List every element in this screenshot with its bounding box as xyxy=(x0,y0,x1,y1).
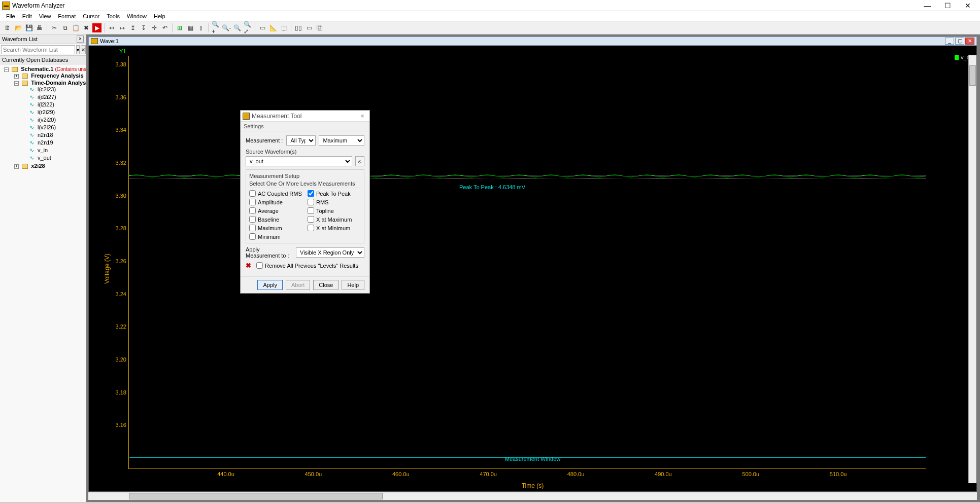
delete-icon[interactable]: ✖ xyxy=(82,23,91,32)
tree-expander[interactable]: + xyxy=(14,74,19,79)
tree-expander[interactable]: + xyxy=(14,164,19,169)
signal-item[interactable]: i(c2i23) xyxy=(38,86,56,92)
window-icon[interactable]: ⬚ xyxy=(279,23,288,32)
cursor-right-icon[interactable]: ↦ xyxy=(118,23,127,32)
x-tick-label: 440.0u xyxy=(217,471,234,477)
copy-icon[interactable]: ⧉ xyxy=(60,23,70,32)
menu-edit[interactable]: Edit xyxy=(19,12,35,20)
search-clear-button[interactable]: ✕ xyxy=(81,45,86,54)
measurement-type-select[interactable]: All Types xyxy=(286,135,316,146)
doc-close-button[interactable]: ✕ xyxy=(965,38,974,45)
check-x-at-maximum[interactable]: X at Maximum xyxy=(308,216,361,223)
y-tick-label: 3.18 xyxy=(116,389,126,396)
calculator-icon[interactable]: ▭ xyxy=(258,23,267,32)
check-ac-coupled-rms[interactable]: AC Coupled RMS xyxy=(249,190,302,197)
cursor-left-icon[interactable]: ↤ xyxy=(107,23,116,32)
undo-icon[interactable]: ↶ xyxy=(160,23,170,32)
check-remove-previous[interactable]: Remove All Previous "Levels" Results xyxy=(256,262,358,269)
menu-window[interactable]: Window xyxy=(124,12,150,20)
check-peak-to-peak[interactable]: Peak To Peak xyxy=(308,190,361,197)
check-average[interactable]: Average xyxy=(249,207,302,214)
check-amplitude[interactable]: Amplitude xyxy=(249,199,302,205)
signal-item[interactable]: i(v2i20) xyxy=(38,117,56,123)
signal-item[interactable]: n2n19 xyxy=(38,139,53,146)
apply-button[interactable]: Apply xyxy=(257,280,283,290)
plot-canvas[interactable]: Y1 Voltage (V) Time (s) 3.38 3.36 3.34 3… xyxy=(88,46,977,492)
abort-button[interactable]: Abort xyxy=(286,280,310,290)
signal-item[interactable]: i(d2i27) xyxy=(38,94,56,100)
run-icon[interactable]: ▶ xyxy=(92,23,102,32)
doc-maximize-button[interactable]: ▢ xyxy=(955,38,964,45)
search-dropdown-button[interactable]: ▾ xyxy=(76,45,80,54)
time-analysis-node[interactable]: Time-Domain Analysis xyxy=(31,80,86,86)
tree-root-label[interactable]: Schematic.1 xyxy=(21,66,53,72)
signal-item[interactable]: i(r2i29) xyxy=(38,109,55,115)
measure-icon[interactable]: 📐 xyxy=(268,23,278,32)
help-button[interactable]: Help xyxy=(342,280,364,290)
menu-format[interactable]: Format xyxy=(55,12,79,20)
measurement-tool-dialog[interactable]: Measurement Tool × Settings Measurement … xyxy=(240,110,370,294)
open-icon[interactable]: 📂 xyxy=(14,23,23,32)
window-maximize-button[interactable]: ☐ xyxy=(940,1,955,10)
x-tick-label: 450.0u xyxy=(305,471,322,477)
freq-analysis-node[interactable]: Frequency Analysis xyxy=(31,73,84,79)
cascade-icon[interactable]: ⿻ xyxy=(315,23,324,32)
wave-icon: ∿ xyxy=(29,124,37,131)
search-input[interactable] xyxy=(1,45,75,54)
signal-item[interactable]: i(v2i26) xyxy=(38,124,56,130)
source-waveform-select[interactable]: v_out xyxy=(246,156,352,166)
grid-icon[interactable]: ▦ xyxy=(186,23,195,32)
signal-item[interactable]: i(l2i22) xyxy=(38,101,54,107)
zoom-out-icon[interactable]: 🔍- xyxy=(222,23,231,32)
y-tick-label: 3.28 xyxy=(116,225,126,231)
menu-file[interactable]: File xyxy=(3,12,18,20)
cursor-up-icon[interactable]: ↥ xyxy=(128,23,138,32)
paste-icon[interactable]: 📋 xyxy=(71,23,80,32)
zoom-in-icon[interactable]: 🔍+ xyxy=(211,23,220,32)
new-icon[interactable]: 🗎 xyxy=(3,23,12,32)
sidebar-close-button[interactable]: × xyxy=(77,35,84,43)
check-topline[interactable]: Topline xyxy=(308,207,361,214)
check-minimum[interactable]: Minimum xyxy=(249,233,302,240)
check-maximum[interactable]: Maximum xyxy=(249,225,302,231)
doc-minimize-button[interactable]: _ xyxy=(945,38,954,45)
check-baseline[interactable]: Baseline xyxy=(249,216,302,223)
apply-to-select[interactable]: Visible X Region Only xyxy=(296,247,364,258)
signal-item[interactable]: v_in xyxy=(38,147,48,153)
cursor-down-icon[interactable]: ↧ xyxy=(139,23,148,32)
cursor-cross-icon[interactable]: ✛ xyxy=(150,23,159,32)
extra-node[interactable]: x2i28 xyxy=(31,163,45,169)
menu-tools[interactable]: Tools xyxy=(104,12,123,20)
plot-horizontal-scrollbar[interactable] xyxy=(88,492,977,500)
dialog-close-button[interactable]: × xyxy=(357,112,367,120)
y-tick-label: 3.32 xyxy=(116,160,126,166)
zoom-area-icon[interactable]: 🔍 xyxy=(232,23,242,32)
signal-item[interactable]: n2n18 xyxy=(38,132,53,138)
cut-icon[interactable]: ✂ xyxy=(50,23,59,32)
zoom-fit-icon[interactable]: 🔍⤢ xyxy=(243,23,252,32)
measurement-sub-select[interactable]: Maximum xyxy=(319,135,364,146)
tile-h-icon[interactable]: ▯▯ xyxy=(294,23,303,32)
tree-expander[interactable]: − xyxy=(14,81,19,86)
print-icon[interactable]: 🖶 xyxy=(35,23,44,32)
ruler-icon[interactable]: ⫿ xyxy=(196,23,206,32)
waveform-tree[interactable]: − Schematic.1 (Contains unsav + Frequenc… xyxy=(0,64,86,503)
menu-help[interactable]: Help xyxy=(151,12,168,20)
tree-expander[interactable]: − xyxy=(4,67,9,72)
source-waveform-picker-button[interactable]: ⎋ xyxy=(355,156,364,166)
tile-v-icon[interactable]: ▭ xyxy=(305,23,314,32)
plot-vertical-scrollbar[interactable] xyxy=(968,55,976,483)
levels-sub-legend: Select One Or More Levels Measurements xyxy=(249,181,361,188)
check-rms[interactable]: RMS xyxy=(308,199,361,205)
check-x-at-minimum[interactable]: X at Minimum xyxy=(308,225,361,231)
signal-item[interactable]: v_out xyxy=(38,155,51,161)
fit-icon[interactable]: ⊞ xyxy=(175,23,184,32)
menu-view[interactable]: View xyxy=(36,12,54,20)
dialog-menu-settings[interactable]: Settings xyxy=(241,122,369,131)
save-icon[interactable]: 💾 xyxy=(24,23,33,32)
y-tick-label: 3.34 xyxy=(116,127,126,133)
menu-cursor[interactable]: Cursor xyxy=(80,12,103,20)
window-close-button[interactable]: ✕ xyxy=(961,1,975,10)
window-minimize-button[interactable]: — xyxy=(920,1,934,10)
close-button[interactable]: Close xyxy=(313,280,339,290)
